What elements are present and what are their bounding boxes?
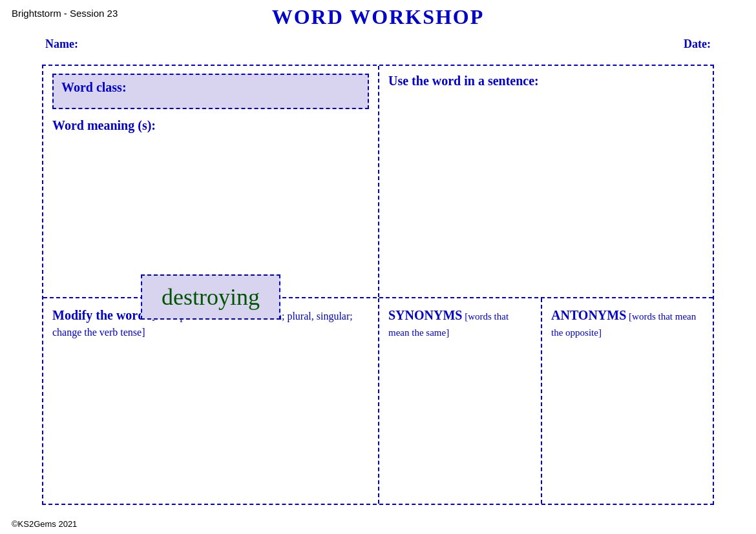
word-class-label: Word class:	[61, 80, 127, 94]
synonyms-bold-text: SYNONYMS	[388, 308, 462, 322]
antonyms-bold-text: ANTONYMS	[551, 308, 626, 322]
right-panel: Use the word in a sentence:	[379, 66, 713, 297]
name-label: Name:	[45, 37, 78, 51]
left-panel: Word class: Word meaning (s): destroying	[43, 66, 379, 297]
main-container: Word class: Word meaning (s): destroying…	[42, 65, 714, 505]
use-sentence-label: Use the word in a sentence:	[388, 74, 704, 88]
synonyms-panel: SYNONYMS [words that mean the same]	[379, 298, 542, 504]
word-class-box: Word class:	[52, 74, 369, 109]
modify-panel: Modify the word: [add a prefix or a suff…	[43, 298, 379, 504]
word-meaning-label: Word meaning (s):	[52, 118, 369, 133]
copyright-label: ©KS2Gems 2021	[12, 519, 77, 529]
antonyms-label: ANTONYMS [words that mean the opposite]	[551, 306, 704, 340]
bottom-section: Modify the word: [add a prefix or a suff…	[43, 298, 713, 504]
modify-bold-text: Modify the word:	[52, 308, 149, 322]
center-word-badge: destroying	[141, 274, 280, 320]
name-date-row: Name: Date:	[45, 37, 711, 51]
synonyms-label: SYNONYMS [words that mean the same]	[388, 306, 532, 340]
main-title: WORD WORKSHOP	[0, 5, 756, 29]
top-section: Word class: Word meaning (s): destroying…	[43, 66, 713, 298]
date-label: Date:	[684, 37, 711, 51]
antonyms-panel: ANTONYMS [words that mean the opposite]	[542, 298, 713, 504]
